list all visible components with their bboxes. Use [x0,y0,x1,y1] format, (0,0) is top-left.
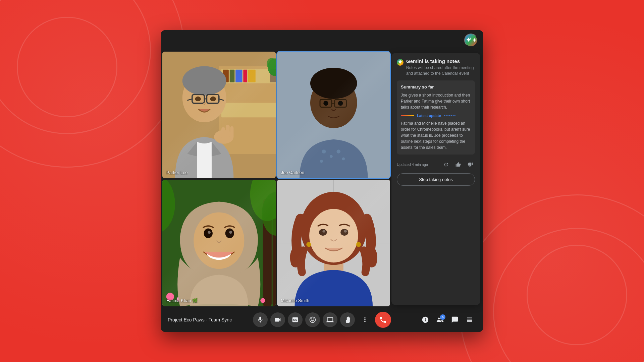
bottom-toolbar: Project Eco Paws - Team Sync [161,308,483,332]
chat-button[interactable] [448,313,462,326]
summary-title: Summary so far [401,84,471,89]
bg-arc-5 [493,228,644,362]
thumbs-up-button[interactable] [453,160,463,169]
panel-title-group: Gemini is taking notes Notes will be sha… [406,58,475,76]
bg-arc-6 [527,245,627,345]
bg-arc-1 [0,0,184,168]
summary-section: Summary so far Joe gives a short introdu… [397,80,475,155]
summary-text: Joe gives a short introduction and then … [401,92,471,110]
latest-update-label: Latest update [417,114,441,118]
latest-update-divider: Latest update [401,114,471,118]
video-tile-michelle[interactable]: Michelle Smith [277,180,390,306]
video-tile-fatima[interactable]: Fatima Khan 🌿 [162,180,276,306]
captions-button[interactable] [288,312,303,327]
bg-arc-4 [460,194,644,362]
present-button[interactable] [323,312,337,327]
activities-button[interactable] [463,313,476,326]
emoji-button[interactable] [305,312,320,327]
refresh-button[interactable] [441,160,451,169]
meeting-title: Project Eco Paws - Team Sync [168,317,253,322]
thumbs-down-button[interactable] [466,160,475,169]
joe-label: Joe Carlson [281,170,304,175]
shimmer [277,52,390,178]
panel-footer: Updated 4 min ago [397,160,475,169]
update-text: Fatima and Michelle have placed an order… [401,120,471,150]
camera-button[interactable] [270,312,285,327]
top-bar [161,30,483,50]
mic-button[interactable] [253,312,268,327]
raise-hand-button[interactable] [340,312,355,327]
toolbar-right-controls: 5 [391,313,476,326]
panel-header: Gemini is taking notes Notes will be sha… [397,58,475,76]
shimmer [277,180,390,306]
video-tile-joe[interactable]: Joe Carlson [277,52,390,178]
panel-subtitle: Notes will be shared after the meeting a… [406,65,475,76]
bg-arc-2 [0,0,151,134]
video-area: Parker Lee [161,50,483,308]
updated-time: Updated 4 min ago [397,163,428,167]
participants-badge: 5 [440,314,445,320]
meeting-window: Parker Lee [161,30,483,332]
video-tile-parker[interactable]: Parker Lee [162,52,276,178]
shimmer [162,52,276,178]
divider-line [401,115,414,116]
feedback-icons [441,160,475,169]
michelle-label: Michelle Smith [281,298,310,303]
shimmer [162,180,276,306]
gemini-fab-button[interactable] [464,34,478,47]
bg-arc-3 [17,17,117,117]
video-grid: Parker Lee [161,50,391,308]
stop-notes-button[interactable]: Stop taking notes [397,173,475,186]
participants-button[interactable]: 5 [433,313,447,326]
gemini-icon [397,59,404,66]
more-options-button[interactable] [358,312,372,327]
gemini-notes-panel: Gemini is taking notes Notes will be sha… [391,53,480,305]
parker-label: Parker Lee [166,170,188,175]
fatima-label: Fatima Khan 🌿 [166,298,198,303]
end-call-button[interactable] [375,312,391,328]
meeting-info-button[interactable] [419,313,432,326]
panel-title: Gemini is taking notes [406,58,475,64]
toolbar-controls [253,312,391,328]
divider-wave [444,115,471,116]
